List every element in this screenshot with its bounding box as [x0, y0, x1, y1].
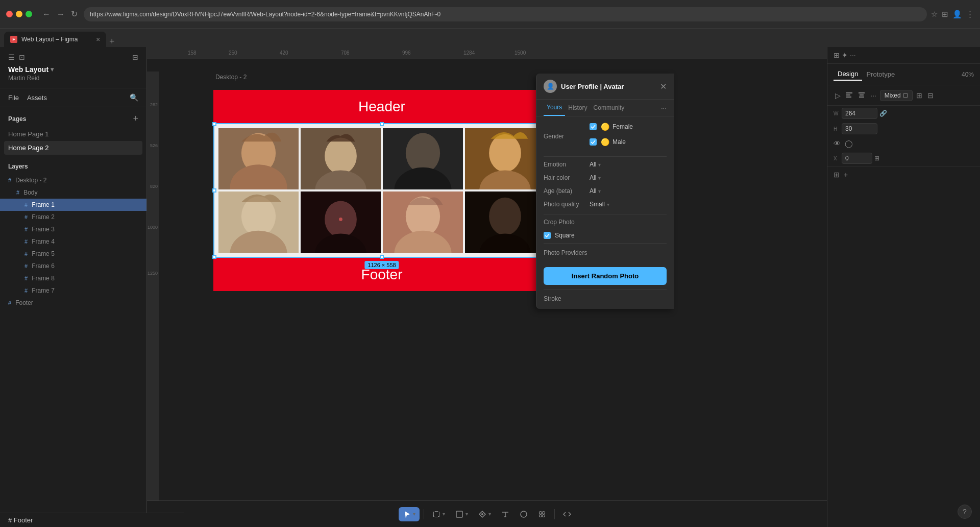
layer-footer[interactable]: # Footer [0, 297, 146, 309]
select-tool-btn[interactable]: ▾ [399, 507, 420, 521]
photo-cell-1[interactable] [218, 128, 299, 189]
rect-dropdown-icon: ▾ [465, 511, 468, 517]
more-options-btn[interactable]: ··· [850, 51, 856, 59]
hair-color-dropdown[interactable]: All ▾ [590, 174, 601, 181]
play-btn[interactable]: ▷ [834, 90, 842, 101]
width-input[interactable] [842, 108, 877, 119]
link-constraints-btn[interactable]: 🔗 [879, 110, 887, 117]
component-icon[interactable]: ⊡ [19, 53, 25, 61]
plugin-title: User Profile | Avatar [561, 83, 656, 90]
male-checkbox[interactable] [590, 138, 597, 146]
mixed-label: Mixed [880, 90, 913, 101]
forward-btn[interactable]: → [55, 7, 67, 21]
page-item-1[interactable]: Home Page 1 [0, 127, 146, 141]
align-center-btn[interactable] [856, 89, 867, 101]
layer-icon: # [24, 202, 28, 208]
height-input[interactable] [842, 123, 877, 134]
layer-frame7[interactable]: # Frame 7 [0, 284, 146, 297]
menu-btn[interactable]: ⋮ [966, 10, 974, 19]
window-minimize-btn[interactable] [16, 11, 22, 17]
prototype-tab[interactable]: Prototype [862, 68, 899, 80]
photo-cell-3[interactable] [383, 128, 463, 189]
layer-frame4[interactable]: # Frame 4 [0, 235, 146, 248]
insert-random-photo-btn[interactable]: Insert Random Photo [544, 267, 667, 285]
handle-top-left[interactable] [212, 122, 216, 126]
new-tab-btn[interactable]: + [106, 36, 118, 47]
plugin-body: Gender 🟡 Female [536, 116, 674, 309]
window-maximize-btn[interactable] [26, 11, 32, 17]
svg-rect-38 [846, 92, 852, 93]
design-tab[interactable]: Design [834, 68, 862, 81]
address-bar[interactable] [84, 7, 927, 21]
project-name[interactable]: Web Layout ▾ [8, 65, 138, 74]
layer-frame5[interactable]: # Frame 5 [0, 248, 146, 260]
photo-cell-4[interactable] [465, 128, 545, 189]
back-btn[interactable]: ← [40, 7, 53, 21]
hamburger-icon[interactable]: ☰ [8, 53, 15, 61]
help-btn[interactable]: ? [958, 505, 972, 519]
more-align-btn[interactable]: ··· [869, 90, 878, 101]
photo-cell-6[interactable] [301, 191, 381, 253]
layer-frame1[interactable]: # Frame 1 [0, 199, 146, 211]
rectangle-tool-btn[interactable]: ▾ [451, 507, 472, 521]
square-checkbox[interactable] [544, 232, 551, 239]
search-btn[interactable]: 🔍 [130, 93, 138, 102]
assets-btn[interactable]: Assets [27, 93, 47, 102]
photo-cell-7[interactable] [383, 191, 463, 253]
active-tab[interactable]: F Web Layout – Figma ✕ [4, 32, 106, 47]
layer-frame3[interactable]: # Frame 3 [0, 223, 146, 235]
photo-grid-container[interactable]: 1126 × 558 [213, 123, 550, 258]
refresh-btn[interactable]: ↻ [69, 7, 80, 21]
layer-frame6[interactable]: # Frame 6 [0, 260, 146, 272]
align-left-btn[interactable] [844, 89, 854, 101]
layout-icon[interactable]: ⊟ [132, 53, 138, 61]
female-checkbox[interactable] [590, 123, 597, 130]
layer-desktop-2[interactable]: # Desktop - 2 [0, 174, 146, 186]
distribute-h-btn[interactable]: ⊞ [915, 90, 924, 101]
select-dropdown-icon: ▾ [413, 511, 415, 517]
distribute-v-btn[interactable]: ⊟ [926, 90, 935, 101]
add-page-btn[interactable]: + [133, 113, 138, 124]
components-tool-btn[interactable] [534, 507, 550, 521]
code-tool-btn[interactable] [559, 507, 575, 521]
frame-tool-btn[interactable]: ▾ [428, 507, 449, 521]
layer-frame2[interactable]: # Frame 2 [0, 211, 146, 223]
photo-cell-2[interactable] [301, 128, 381, 189]
window-close-btn[interactable] [6, 11, 13, 17]
expand-btn[interactable]: ⊞ [874, 155, 879, 162]
plugin-tab-more[interactable]: ··· [661, 100, 667, 116]
pen-tool-btn[interactable]: ▾ [474, 507, 495, 521]
layer-frame8[interactable]: # Frame 8 [0, 272, 146, 284]
ellipse-tool-btn[interactable] [516, 507, 532, 521]
visibility-btn[interactable]: 👁 [834, 139, 841, 148]
emotion-dropdown[interactable]: All ▾ [590, 161, 601, 168]
text-tool-btn[interactable] [497, 507, 513, 521]
fill-btn[interactable]: ◯ [845, 139, 853, 148]
add-component-btn[interactable]: + [844, 171, 848, 179]
component-view-btn[interactable]: ✦ [842, 51, 848, 59]
svg-point-34 [540, 511, 542, 514]
x-input[interactable] [842, 153, 872, 164]
layer-body[interactable]: # Body [0, 186, 146, 199]
bookmark-btn[interactable]: ☆ [931, 10, 938, 19]
extensions-btn[interactable]: ⊞ [942, 10, 948, 19]
photo-cell-8[interactable] [465, 191, 545, 253]
handle-top-middle[interactable] [380, 122, 384, 126]
handle-middle-left[interactable] [212, 188, 216, 193]
age-dropdown[interactable]: All ▾ [590, 187, 601, 195]
page-item-2[interactable]: Home Page 2 [4, 141, 142, 155]
plugin-close-btn[interactable]: ✕ [660, 82, 667, 91]
plugin-tab-community[interactable]: Community [591, 100, 628, 116]
ruler-horizontal: 158 250 420 708 996 1284 1500 [147, 47, 827, 59]
svg-rect-27 [435, 511, 438, 512]
profile-btn[interactable]: 👤 [952, 10, 962, 19]
grid-view-btn[interactable]: ⊞ [834, 51, 840, 59]
photo-cell-5[interactable] [218, 191, 299, 253]
plugin-tab-yours[interactable]: Yours [544, 100, 565, 116]
grid-icon[interactable]: ⊞ [834, 171, 840, 179]
tab-close-btn[interactable]: ✕ [96, 37, 100, 42]
plugin-tab-history[interactable]: History [565, 100, 590, 116]
photo-quality-dropdown[interactable]: Small ▾ [590, 201, 609, 208]
hair-color-row: Hair color All ▾ [544, 174, 667, 181]
file-btn[interactable]: File [8, 93, 19, 102]
